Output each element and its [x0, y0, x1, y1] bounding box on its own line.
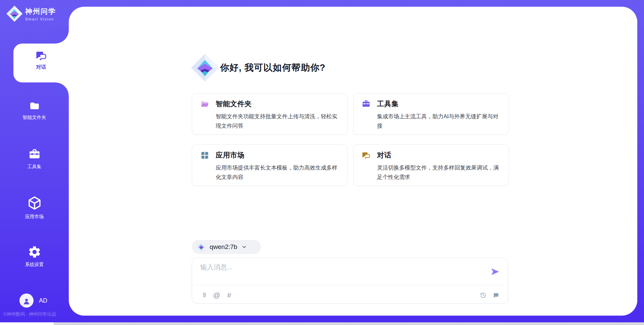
user-initials: AD — [39, 297, 47, 304]
brand-diamond-icon — [6, 5, 23, 22]
send-icon — [490, 267, 500, 276]
brand-subtitle: Smart Vision — [25, 17, 56, 21]
send-button[interactable] — [490, 267, 500, 276]
active-tab-fillet-top — [55, 30, 69, 44]
sidebar-item-chat[interactable]: 对话 — [13, 50, 69, 70]
mention-button[interactable]: @ — [213, 291, 221, 299]
composer-divider — [196, 285, 504, 285]
main-panel: 你好, 我可以如何帮助你? 智能文件夹 智能文件夹功能支持批量文件上传与清洗，轻… — [69, 7, 637, 316]
history-button[interactable] — [479, 291, 487, 299]
sidebar-item-app-market[interactable]: 应用市场 — [0, 195, 69, 220]
cube-icon — [27, 195, 42, 211]
chat-bubbles-icon — [362, 151, 371, 160]
user-account[interactable]: AD — [19, 294, 47, 308]
history-clock-icon — [480, 292, 487, 299]
sidebar-item-smart-folder[interactable]: 智能文件夹 — [0, 100, 69, 121]
sidebar: 神州问学 Smart Vision 对话 智能文件夹 工具集 — [0, 0, 69, 325]
card-description: 智能文件夹功能支持批量文件上传与清洗，轻松实现文件问答 — [216, 112, 342, 130]
sidebar-item-label: 应用市场 — [0, 214, 69, 220]
card-smart-folder[interactable]: 智能文件夹 智能文件夹功能支持批量文件上传与清洗，轻松实现文件问答 — [192, 93, 347, 135]
chat-square-icon — [492, 292, 499, 299]
paperclip-icon — [201, 292, 208, 299]
horizontal-scrollbar[interactable] — [54, 322, 644, 325]
sidebar-item-label: 智能文件夹 — [0, 115, 69, 121]
composer-toolbar: @ # — [200, 290, 500, 300]
sidebar-item-toolset[interactable]: 工具集 — [0, 148, 69, 170]
card-title: 工具集 — [377, 99, 399, 109]
card-title: 对话 — [377, 150, 391, 160]
sidebar-item-label: 对话 — [13, 64, 69, 70]
card-description: 集成市场上主流工具，助力AI与外界无缝扩展与对接 — [377, 112, 504, 130]
card-description: 灵活切换多模型文件，支持多样回复效果调试，满足个性化需求 — [377, 163, 504, 182]
briefcase-icon — [28, 148, 41, 161]
copyright-text: ©神州数码 · 神州问学出品 — [3, 311, 56, 317]
model-selector[interactable]: qwen2:7b — [192, 240, 261, 254]
card-app-market[interactable]: 应用市场 应用市场提供丰富长文本模板，助力高效生成多样化文章内容 — [192, 144, 347, 186]
attach-file-button[interactable] — [200, 291, 208, 299]
model-name: qwen2:7b — [210, 243, 237, 251]
greeting-block: 你好, 我可以如何帮助你? — [191, 53, 326, 82]
card-chat[interactable]: 对话 灵活切换多模型文件，支持多样回复效果调试，满足个性化需求 — [353, 144, 509, 186]
folder-icon — [29, 100, 40, 112]
sidebar-item-label: 工具集 — [0, 164, 69, 170]
card-description: 应用市场提供丰富长文本模板，助力高效生成多样化文章内容 — [216, 163, 342, 182]
model-diamond-icon — [197, 242, 206, 252]
topic-button[interactable]: # — [225, 291, 233, 299]
hash-icon: # — [227, 291, 231, 299]
brand-name: 神州问学 — [25, 7, 56, 16]
message-composer: @ # — [192, 258, 508, 304]
message-input[interactable] — [200, 263, 484, 281]
chevron-down-icon — [241, 244, 247, 250]
assistant-diamond-icon — [191, 53, 219, 82]
person-icon — [22, 297, 31, 306]
gear-icon — [28, 245, 41, 259]
card-toolset[interactable]: 工具集 集成市场上主流工具，助力AI与外界无缝扩展与对接 — [353, 93, 509, 135]
card-title: 应用市场 — [216, 150, 245, 160]
folder-open-icon — [200, 100, 209, 109]
avatar — [19, 294, 34, 308]
sidebar-item-settings[interactable]: 系统设置 — [0, 245, 69, 268]
feature-cards: 智能文件夹 智能文件夹功能支持批量文件上传与清洗，轻松实现文件问答 工具集 集成… — [192, 93, 509, 186]
app-logo: 神州问学 Smart Vision — [6, 5, 56, 22]
at-icon: @ — [213, 291, 220, 299]
new-chat-button[interactable] — [492, 291, 500, 299]
active-tab-fillet-bottom — [55, 82, 69, 96]
greeting-text: 你好, 我可以如何帮助你? — [220, 62, 326, 74]
chat-bubbles-icon — [35, 50, 47, 62]
card-title: 智能文件夹 — [216, 99, 252, 109]
briefcase-icon — [362, 100, 371, 109]
sidebar-item-label: 系统设置 — [0, 262, 69, 268]
app-grid-icon — [200, 151, 209, 160]
